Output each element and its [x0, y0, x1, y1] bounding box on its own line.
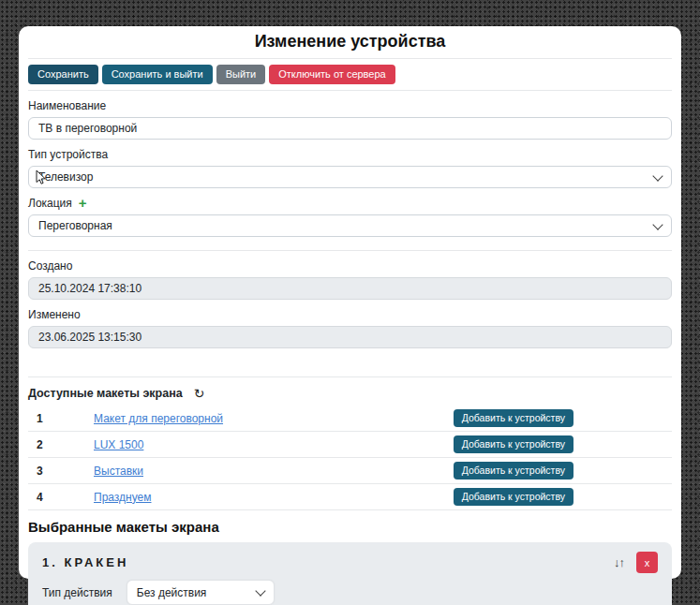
page-title: Изменение устройства — [28, 32, 672, 52]
divider — [28, 90, 672, 91]
row-number: 2 — [37, 438, 94, 451]
add-to-device-button[interactable]: Добавить к устройству — [454, 462, 573, 480]
add-location-icon[interactable]: + — [79, 198, 87, 209]
created-label: Создано — [28, 259, 672, 273]
layout-row: 2 LUX 1500 Добавить к устройству — [28, 432, 672, 458]
selected-layout-item: 1. КРАКЕН ↓↑ x Тип действия Без действия — [28, 542, 672, 605]
device-edit-card: Изменение устройства Сохранить Сохранить… — [19, 26, 681, 579]
available-layouts-title: Доступные макеты экрана — [28, 387, 183, 400]
modified-label: Изменено — [28, 308, 672, 321]
action-type-label: Тип действия — [42, 586, 112, 599]
add-to-device-button[interactable]: Добавить к устройству — [454, 435, 573, 453]
divider — [28, 250, 672, 251]
save-and-exit-button[interactable]: Сохранить и выйти — [102, 65, 213, 84]
selected-layouts-title: Выбранные макеты экрана — [28, 519, 672, 535]
selected-layout-name-text: КРАКЕН — [64, 555, 128, 569]
remove-layout-button[interactable]: x — [636, 552, 658, 573]
device-type-label: Тип устройства — [28, 148, 672, 161]
layout-row: 3 Выставки Добавить к устройству — [28, 458, 672, 484]
row-number: 4 — [37, 491, 94, 504]
layout-row: 4 Празднуем Добавить к устройству — [28, 484, 672, 510]
name-label: Наименование — [28, 99, 672, 112]
action-type-select[interactable]: Без действия — [127, 580, 275, 605]
available-layouts-header: Доступные макеты экрана ↻ — [28, 387, 672, 400]
chevron-down-icon — [255, 585, 265, 596]
selected-layout-name: 1. КРАКЕН — [42, 555, 128, 569]
layout-link[interactable]: Выставки — [94, 465, 454, 478]
exit-button[interactable]: Выйти — [216, 65, 266, 84]
reorder-arrows-icon[interactable]: ↓↑ — [614, 555, 624, 569]
top-toolbar: Сохранить Сохранить и выйти Выйти Отключ… — [28, 59, 672, 90]
add-to-device-button[interactable]: Добавить к устройству — [454, 488, 573, 506]
row-number: 3 — [37, 465, 94, 478]
device-type-select[interactable]: Телевизор — [28, 166, 672, 188]
row-number: 1 — [37, 412, 94, 425]
save-button[interactable]: Сохранить — [28, 65, 98, 84]
selected-layout-header: 1. КРАКЕН ↓↑ x — [42, 552, 658, 573]
layout-link[interactable]: Празднуем — [94, 491, 454, 504]
chevron-down-icon — [652, 219, 663, 229]
created-value-field: 25.10.2024 17:38:10 — [28, 277, 672, 300]
divider — [28, 376, 672, 377]
layout-link[interactable]: Макет для переговорной — [94, 412, 454, 425]
layout-link[interactable]: LUX 1500 — [94, 438, 454, 451]
add-to-device-button[interactable]: Добавить к устройству — [454, 409, 573, 427]
location-label: Локация + — [28, 197, 672, 210]
modified-value-field: 23.06.2025 13:15:30 — [28, 326, 672, 348]
action-type-value: Без действия — [137, 586, 207, 599]
action-type-row: Тип действия Без действия — [42, 580, 658, 605]
chevron-down-icon — [652, 170, 663, 181]
name-input[interactable] — [28, 117, 672, 140]
device-type-value: Телевизор — [38, 170, 93, 184]
refresh-icon[interactable]: ↻ — [194, 388, 205, 399]
selected-layout-number: 1. — [42, 555, 58, 569]
location-value: Переговорная — [38, 219, 112, 232]
layout-row: 1 Макет для переговорной Добавить к устр… — [28, 406, 672, 432]
location-label-text: Локация — [28, 197, 72, 210]
selected-layout-controls: ↓↑ x — [614, 552, 658, 573]
location-select[interactable]: Переговорная — [28, 214, 672, 237]
disconnect-from-server-button[interactable]: Отключить от сервера — [269, 65, 395, 84]
